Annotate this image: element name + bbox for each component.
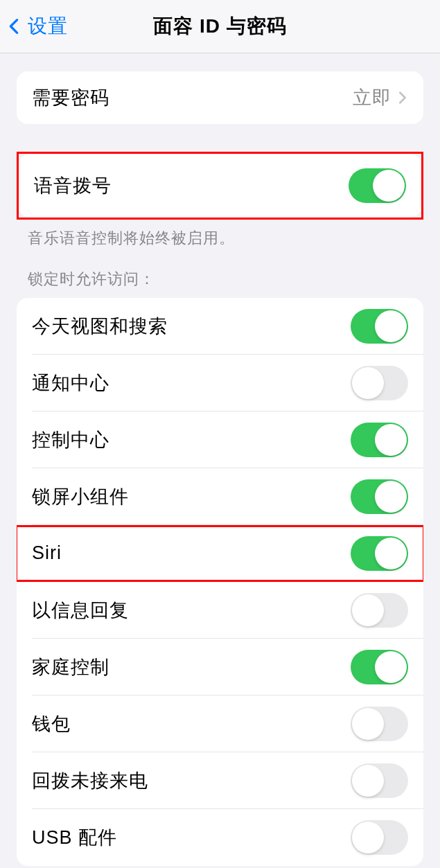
- toggle-knob: [352, 594, 384, 626]
- toggle-knob: [375, 651, 407, 683]
- passcode-group: 需要密码 立即: [17, 71, 423, 124]
- lock-access-toggle[interactable]: [351, 536, 408, 571]
- toggle-knob: [352, 708, 384, 740]
- require-passcode-label: 需要密码: [32, 85, 109, 110]
- toggle-knob: [352, 822, 384, 853]
- voice-dial-footer: 音乐语音控制将始终被启用。: [0, 220, 440, 249]
- lock-access-row: Siri: [17, 525, 423, 582]
- lock-access-toggle[interactable]: [351, 820, 408, 855]
- require-passcode-row[interactable]: 需要密码 立即: [17, 71, 423, 124]
- chevron-back-icon: [7, 15, 21, 37]
- lock-access-label: 回拨未接来电: [32, 768, 148, 793]
- lock-access-header: 锁定时允许访问：: [0, 269, 440, 298]
- toggle-knob: [352, 367, 384, 399]
- lock-access-label: 锁屏小组件: [32, 484, 129, 509]
- lock-access-label: 今天视图和搜索: [32, 314, 168, 339]
- lock-access-row: 以信息回复: [17, 582, 423, 639]
- lock-access-row: 通知中心: [17, 355, 423, 411]
- lock-access-toggle[interactable]: [351, 479, 408, 514]
- lock-access-toggle[interactable]: [351, 763, 408, 798]
- voice-dial-row: 语音拨号: [19, 154, 421, 218]
- lock-access-toggle[interactable]: [351, 366, 408, 400]
- voice-dial-label: 语音拨号: [34, 173, 112, 198]
- lock-access-row: 家庭控制: [17, 639, 423, 696]
- lock-access-label: Siri: [32, 542, 62, 564]
- voice-dial-group: 语音拨号: [19, 154, 421, 218]
- lock-access-row: USB 配件: [17, 809, 423, 866]
- back-label: 设置: [28, 13, 68, 39]
- page-title: 面容 ID 与密码: [153, 13, 287, 39]
- lock-access-label: 钱包: [32, 711, 71, 736]
- lock-access-toggle[interactable]: [351, 707, 408, 741]
- lock-access-label: 以信息回复: [32, 598, 129, 623]
- lock-access-label: USB 配件: [32, 825, 117, 850]
- lock-access-label: 家庭控制: [32, 655, 109, 680]
- nav-header: 设置 面容 ID 与密码: [0, 0, 440, 53]
- lock-access-row: 回拨未接来电: [17, 752, 423, 809]
- chevron-right-icon: [398, 90, 408, 105]
- toggle-knob: [375, 481, 407, 513]
- toggle-knob: [375, 310, 407, 342]
- voice-dial-toggle[interactable]: [349, 168, 406, 203]
- lock-access-toggle[interactable]: [351, 650, 408, 684]
- toggle-knob: [352, 765, 384, 797]
- lock-access-toggle[interactable]: [351, 309, 408, 344]
- lock-access-toggle[interactable]: [351, 593, 408, 628]
- lock-access-label: 通知中心: [32, 371, 109, 396]
- lock-access-row: 钱包: [17, 696, 423, 752]
- toggle-knob: [375, 538, 407, 569]
- lock-access-label: 控制中心: [32, 427, 109, 452]
- toggle-knob: [375, 424, 407, 456]
- require-passcode-value: 立即: [353, 85, 408, 110]
- voice-dial-highlight: 语音拨号: [17, 152, 423, 220]
- lock-access-row: 控制中心: [17, 411, 423, 468]
- toggle-knob: [373, 170, 405, 202]
- lock-access-toggle[interactable]: [351, 423, 408, 457]
- lock-access-group: 今天视图和搜索通知中心控制中心锁屏小组件Siri以信息回复家庭控制钱包回拨未接来…: [17, 298, 423, 866]
- lock-access-row: 锁屏小组件: [17, 468, 423, 525]
- lock-access-row: 今天视图和搜索: [17, 298, 423, 355]
- back-button[interactable]: 设置: [0, 13, 68, 39]
